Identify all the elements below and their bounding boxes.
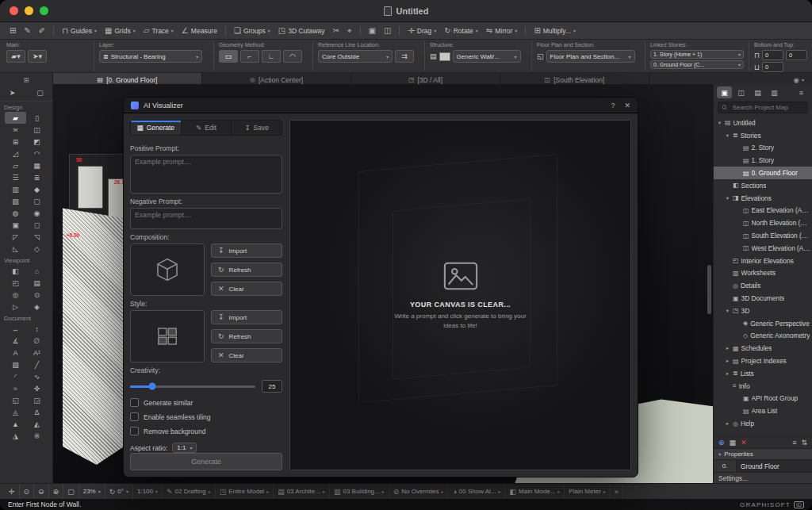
toolbox-tool-icon[interactable]: ◰ xyxy=(5,277,26,289)
toolbox-tool-icon[interactable]: ◎ xyxy=(5,289,26,301)
toolbox-select-tool-icon[interactable]: ➤ xyxy=(2,86,23,98)
tree-item[interactable]: ▣ 3D Documents xyxy=(714,292,812,305)
navigator-footer-icon[interactable]: ⇅ xyxy=(801,439,807,447)
dialog-titlebar[interactable]: AI Visualizer ? ✕ xyxy=(124,98,638,113)
toolbar-item[interactable]: ✛ Drag ▾ xyxy=(404,25,439,36)
toolbox-tool-icon[interactable]: ◸ xyxy=(5,231,26,243)
tree-item[interactable]: ▾ ≣ Stories xyxy=(714,129,812,142)
toolbox-tool-icon[interactable]: ≣ xyxy=(26,171,48,183)
quick-option[interactable]: 23% ▾ xyxy=(79,484,105,499)
toolbox-tool-icon[interactable]: ◜ xyxy=(5,370,26,382)
toolbox-tool-icon[interactable]: ◇ xyxy=(26,243,48,255)
option-checkbox-row[interactable]: Enable seamless tiling xyxy=(130,412,282,421)
toolbox-tool-icon[interactable]: ▯ xyxy=(26,112,48,124)
quick-option[interactable]: ✛ xyxy=(5,484,20,499)
geometry-method-button[interactable]: ∟ xyxy=(262,50,281,63)
tree-item[interactable]: ◎ Details xyxy=(714,279,812,292)
tree-item[interactable]: ▥ Worksheets xyxy=(714,267,812,280)
dialog-tab[interactable]: ✎ Edit xyxy=(182,121,232,135)
layer-dropdown[interactable]: ≣ Structural - Bearing ▾ xyxy=(99,50,202,63)
navigator-mode-icon[interactable]: ◫ xyxy=(733,86,749,98)
toolbar-item[interactable]: ∠ Measure xyxy=(178,25,220,36)
tree-item[interactable]: ◫ East Elevation (Auto-... xyxy=(714,205,812,217)
toolbox-tool-icon[interactable]: ≍ xyxy=(5,124,26,136)
quick-option[interactable]: 1:100 ▾ xyxy=(133,484,163,499)
surface-swatch[interactable] xyxy=(439,52,450,61)
checkbox-icon[interactable] xyxy=(130,412,139,421)
close-window-icon[interactable] xyxy=(10,6,18,15)
toolbox-tool-icon[interactable]: ≈ xyxy=(5,382,26,394)
toolbar-item[interactable]: ◫ xyxy=(381,25,394,36)
toolbox-select-tool-icon[interactable]: ▢ xyxy=(29,86,51,98)
toolbox-tool-icon[interactable]: ↕ xyxy=(26,323,48,335)
navigator-mode-icon[interactable]: ▤ xyxy=(750,86,765,98)
toolbox-tool-icon[interactable]: ✜ xyxy=(26,382,48,394)
style-action-button[interactable]: ✕ Clear xyxy=(211,348,282,362)
negative-prompt-input[interactable] xyxy=(130,208,282,229)
toolbox-tool-icon[interactable]: ∅ xyxy=(26,335,48,347)
toolbar-item[interactable] xyxy=(525,26,526,36)
tree-item[interactable]: ≡ Info xyxy=(714,380,812,393)
composition-action-button[interactable]: ↧ Import xyxy=(211,243,282,258)
toolbox-tool-icon[interactable]: ◉ xyxy=(26,207,48,219)
toolbar-item[interactable] xyxy=(360,26,361,36)
toolbar-item[interactable]: ✎ xyxy=(21,25,33,36)
toolbox-tool-icon[interactable]: ◠ xyxy=(26,148,48,159)
tree-item[interactable]: ◧ Sections xyxy=(714,179,812,192)
zoom-window-icon[interactable] xyxy=(40,6,48,15)
quick-option[interactable]: ▥ 03 Building... ▸ xyxy=(330,484,389,499)
story-number-cell[interactable]: 0. xyxy=(714,460,737,472)
tree-item[interactable]: ▤ 1. Story xyxy=(714,154,812,167)
checkbox-icon[interactable] xyxy=(130,398,139,407)
help-icon[interactable]: ? xyxy=(611,102,615,109)
toolbar-item[interactable] xyxy=(225,26,226,36)
reference-line-dropdown[interactable]: Core Outside ▾ xyxy=(318,50,393,63)
top-elevation-field[interactable]: 0 xyxy=(786,50,807,60)
composition-action-button[interactable]: ✕ Clear xyxy=(211,282,282,296)
tree-item[interactable]: ◫ West Elevation (Auto-... xyxy=(714,242,812,255)
toolbar-item[interactable]: ◳ 3D Cutaway xyxy=(275,25,328,36)
toolbar-item[interactable]: ⊞ xyxy=(6,25,19,36)
settings-button[interactable]: Settings... xyxy=(714,472,812,484)
canvas-scrollbar[interactable] xyxy=(707,265,711,314)
navigator-mode-icon[interactable]: ≡ xyxy=(794,86,809,98)
tree-item[interactable]: ▸ ▦ Schedules xyxy=(714,342,812,355)
geometry-method-button[interactable]: ▭ xyxy=(219,50,238,63)
search-input[interactable] xyxy=(731,103,804,112)
toolbar-item[interactable]: ⊓ Guides ▾ xyxy=(59,25,100,36)
toolbox-tool-icon[interactable]: A¹ xyxy=(26,347,48,359)
bottom-offset-field[interactable]: 0 xyxy=(762,62,783,72)
toolbox-tool-icon[interactable]: ▥ xyxy=(5,183,26,195)
tree-item[interactable]: ▤ 0. Ground Floor xyxy=(714,167,812,179)
tree-item[interactable]: ▾ ◨ Elevations xyxy=(714,192,812,205)
search-box[interactable] xyxy=(718,102,808,113)
toolbox-tool-icon[interactable]: ▱ xyxy=(5,159,26,171)
toolbox-tool-icon[interactable]: ∿ xyxy=(26,370,48,382)
toolbox-tool-icon[interactable]: ⊞ xyxy=(5,136,26,148)
toolbox-tool-icon[interactable]: ▢ xyxy=(26,195,48,207)
geometry-method-button[interactable]: ◠ xyxy=(283,50,302,63)
navigator-footer-icon[interactable]: ✕ xyxy=(741,439,747,447)
toolbox-tool-icon[interactable]: ◮ xyxy=(5,430,26,442)
toolbox-tool-icon[interactable]: ☰ xyxy=(5,171,26,183)
tree-item[interactable]: ▤ 2. Story xyxy=(714,142,812,155)
expand-arrow-icon[interactable]: ▾ xyxy=(725,195,730,201)
toolbox-tool-icon[interactable]: ◲ xyxy=(26,394,48,406)
quick-option[interactable]: ⊖ xyxy=(34,484,49,499)
toolbar-item[interactable]: ▣ xyxy=(366,25,379,36)
quick-option[interactable]: ⊘ No Overrides ▸ xyxy=(389,484,449,499)
toolbox-tool-icon[interactable]: ◬ xyxy=(5,406,26,418)
quick-option[interactable]: Plain Meter ▸ xyxy=(565,484,610,499)
tree-item[interactable]: ▣ API Root Group xyxy=(714,393,812,405)
generation-canvas[interactable]: YOUR CANVAS IS CLEAR... Write a prompt a… xyxy=(289,120,631,470)
tree-item[interactable]: ◈ Generic Perspective xyxy=(714,317,812,330)
tree-item[interactable]: ◇ Generic Axonometry xyxy=(714,330,812,343)
tree-item[interactable]: ▤ Area List xyxy=(714,405,812,417)
dialog-tab[interactable]: ↧ Save xyxy=(232,121,282,135)
tree-item[interactable]: ▸ ≣ Lists xyxy=(714,367,812,380)
structure-dropdown[interactable]: Generic Wall/... ▾ xyxy=(453,50,521,63)
positive-prompt-input[interactable] xyxy=(130,155,282,194)
top-link-dropdown[interactable]: 1. Story (Home + 1) ▾ xyxy=(650,50,744,59)
expand-arrow-icon[interactable]: ▸ xyxy=(725,420,730,427)
tree-item[interactable]: ▸ ◎ Help xyxy=(714,417,812,430)
